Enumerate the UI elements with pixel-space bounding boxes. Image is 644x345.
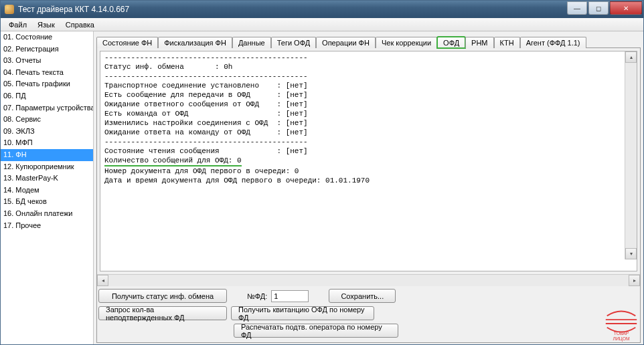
window-title: Тест драйвера ККТ 4.14.0.667	[18, 5, 129, 14]
titlebar: Тест драйвера ККТ 4.14.0.667 — ◻ ✕	[1, 1, 643, 18]
horizontal-scrollbar[interactable]: ◂ ▸	[97, 274, 640, 286]
menu-file[interactable]: Файл	[3, 19, 32, 30]
maximize-button[interactable]: ◻	[588, 1, 609, 15]
sidebar-item-0[interactable]: 01. Состояние	[1, 31, 93, 43]
tab-1[interactable]: Фискализация ФН	[158, 37, 232, 48]
tab-6[interactable]: ОФД	[437, 37, 465, 48]
sidebar-item-13[interactable]: 14. Модем	[1, 185, 93, 197]
sidebar-item-15[interactable]: 16. Онлайн платежи	[1, 208, 93, 220]
sidebar-item-7[interactable]: 08. Сервис	[1, 114, 93, 126]
sidebar-item-3[interactable]: 04. Печать текста	[1, 67, 93, 79]
tab-8[interactable]: КТН	[494, 37, 520, 48]
save-button[interactable]: Сохранить...	[329, 289, 396, 303]
highlighted-line: Количество сообщений для ОФД: 0	[104, 156, 242, 166]
sidebar-item-5[interactable]: 06. ПД	[1, 90, 93, 102]
tab-0[interactable]: Состояние ФН	[96, 37, 158, 48]
tab-3[interactable]: Теги ОФД	[271, 37, 316, 48]
menu-help[interactable]: Справка	[60, 19, 100, 30]
scroll-left-icon[interactable]: ◂	[97, 275, 108, 286]
sidebar-item-1[interactable]: 02. Регистрация	[1, 43, 93, 55]
scroll-up-icon[interactable]: ▴	[625, 51, 637, 63]
sidebar-item-14[interactable]: 15. БД чеков	[1, 196, 93, 208]
close-button[interactable]: ✕	[610, 1, 642, 15]
get-receipt-button[interactable]: Получить квитанцию ОФД по номеру ФД	[231, 306, 374, 320]
scroll-down-icon[interactable]: ▾	[625, 248, 637, 259]
log-text: ----------------------------------------…	[100, 51, 637, 187]
sidebar-item-2[interactable]: 03. Отчеты	[1, 55, 93, 67]
menubar: Файл Язык Справка	[1, 18, 643, 31]
get-status-button[interactable]: Получить статус инф. обмена	[98, 289, 227, 303]
content-frame: ----------------------------------------…	[96, 47, 641, 343]
nfd-input[interactable]	[271, 290, 309, 302]
sidebar: 01. Состояние02. Регистрация03. Отчеты04…	[1, 31, 94, 344]
scroll-right-icon[interactable]: ▸	[629, 275, 640, 286]
buttons-area: Получить статус инф. обмена №ФД: Сохрани…	[97, 286, 640, 342]
sidebar-item-16[interactable]: 17. Прочее	[1, 220, 93, 232]
sidebar-item-12[interactable]: 13. MasterPay-K	[1, 172, 93, 185]
minimize-button[interactable]: —	[567, 1, 587, 15]
tab-bar: Состояние ФНФискализация ФНДанныеТеги ОФ…	[96, 34, 641, 47]
sidebar-item-6[interactable]: 07. Параметры устройства	[1, 102, 93, 114]
vertical-scrollbar[interactable]: ▴ ▾	[625, 51, 637, 259]
sidebar-item-9[interactable]: 10. МФП	[1, 137, 93, 149]
log-area: ----------------------------------------…	[100, 51, 637, 271]
request-count-button[interactable]: Запрос кол-ва неподтвержденных ФД	[98, 306, 227, 320]
tab-2[interactable]: Данные	[232, 37, 271, 48]
app-icon	[5, 5, 14, 14]
menu-language[interactable]: Язык	[32, 19, 60, 30]
sidebar-item-11[interactable]: 12. Купюроприемник	[1, 161, 93, 173]
tab-5[interactable]: Чек коррекции	[376, 37, 437, 48]
sidebar-item-10[interactable]: 11. ФН	[1, 149, 93, 161]
tab-7[interactable]: PHM	[465, 37, 493, 48]
print-confirm-button[interactable]: Распечатать подтв. оператора по номеру Ф…	[234, 324, 398, 338]
tab-9[interactable]: Агент (ФФД 1.1)	[520, 37, 586, 48]
nfd-label: №ФД:	[247, 292, 267, 300]
sidebar-item-4[interactable]: 05. Печать графики	[1, 78, 93, 90]
tab-4[interactable]: Операции ФН	[316, 37, 376, 48]
sidebar-item-8[interactable]: 09. ЭКЛЗ	[1, 126, 93, 138]
